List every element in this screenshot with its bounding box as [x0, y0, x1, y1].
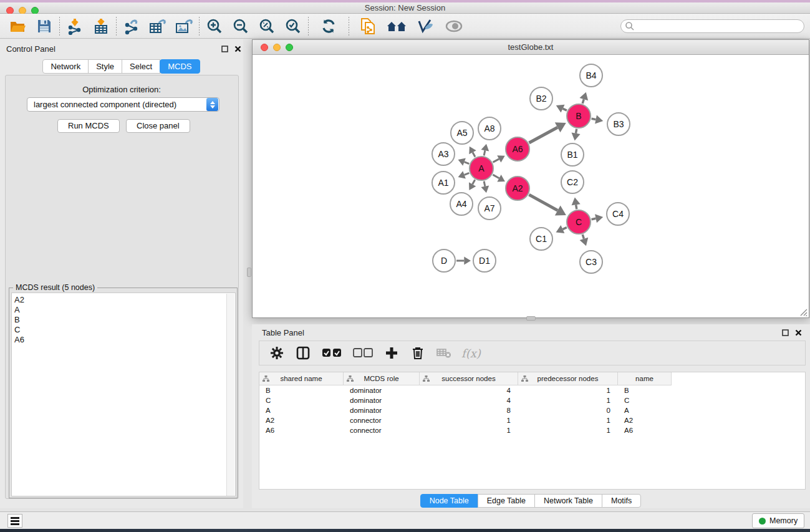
table-cell[interactable]: dominator [344, 395, 420, 405]
tab-mcds[interactable]: MCDS [160, 59, 200, 74]
column-header-MCDS-role[interactable]: MCDS role [344, 372, 420, 385]
export-table-icon[interactable] [145, 15, 171, 37]
select-all-icon[interactable] [321, 344, 343, 362]
zoom-selected-icon[interactable] [280, 15, 306, 37]
table-cell[interactable]: A6 [618, 425, 672, 435]
table-cell[interactable]: connector [344, 425, 420, 435]
table-cell[interactable]: 1 [518, 415, 618, 425]
minimize-network-button[interactable] [273, 44, 281, 51]
memory-button[interactable]: Memory [752, 513, 804, 528]
graph-node-C2[interactable]: C2 [561, 171, 584, 193]
float-table-panel-icon[interactable] [782, 329, 789, 336]
export-network-icon[interactable] [118, 15, 145, 37]
table-tab-edge-table[interactable]: Edge Table [478, 494, 535, 508]
graph-node-C4[interactable]: C4 [607, 203, 629, 225]
close-panel-button[interactable]: Close panel [126, 119, 190, 133]
table-row[interactable]: Adominator80A [259, 405, 805, 415]
graph-node-A7[interactable]: A7 [478, 197, 501, 220]
refresh-layout-icon[interactable] [316, 15, 342, 37]
validate-icon[interactable] [412, 15, 438, 37]
table-cell[interactable]: 1 [420, 425, 518, 435]
table-tab-motifs[interactable]: Motifs [602, 494, 641, 508]
tab-style[interactable]: Style [88, 59, 122, 74]
graph-node-C1[interactable]: C1 [530, 228, 552, 250]
graph-node-C3[interactable]: C3 [580, 251, 602, 273]
graph-node-C[interactable]: C [567, 210, 591, 234]
column-header-shared-name[interactable]: shared name [259, 372, 344, 385]
panel-divider-handle[interactable] [526, 316, 536, 321]
panel-divider-handle[interactable] [247, 268, 251, 277]
close-panel-icon[interactable] [234, 46, 241, 52]
result-scrollbar[interactable] [226, 294, 234, 496]
tab-select[interactable]: Select [122, 59, 160, 74]
close-table-panel-icon[interactable] [795, 329, 802, 336]
tab-network[interactable]: Network [42, 59, 89, 74]
delete-row-trash-icon[interactable] [409, 344, 427, 362]
table-tab-network-table[interactable]: Network Table [534, 494, 602, 508]
table-cell[interactable]: A2 [259, 415, 344, 425]
table-tab-node-table[interactable]: Node Table [420, 494, 478, 508]
home-icon[interactable] [383, 15, 410, 37]
table-settings-gear-icon[interactable] [268, 344, 286, 362]
graph-node-A2[interactable]: A2 [506, 177, 529, 200]
graph-node-D[interactable]: D [433, 249, 455, 272]
table-row[interactable]: Cdominator41C [259, 395, 805, 405]
zoom-fit-icon[interactable] [254, 15, 280, 37]
table-cell[interactable]: A [259, 405, 344, 415]
import-network-icon[interactable] [62, 15, 88, 37]
zoom-in-icon[interactable] [201, 15, 228, 37]
graph-node-B1[interactable]: B1 [561, 143, 584, 166]
graph-node-A[interactable]: A [470, 157, 493, 180]
mcds-result-item[interactable]: C [14, 325, 235, 335]
table-cell[interactable]: C [618, 395, 672, 405]
zoom-network-button[interactable] [286, 44, 293, 51]
table-header-row[interactable]: shared nameMCDS rolesuccessor nodesprede… [259, 372, 805, 385]
graph-node-A5[interactable]: A5 [451, 122, 473, 144]
column-header-predecessor-nodes[interactable]: predecessor nodes [518, 372, 618, 385]
table-cell[interactable]: B [618, 385, 672, 395]
graph-node-B3[interactable]: B3 [607, 113, 630, 135]
table-cell[interactable]: dominator [344, 385, 420, 395]
float-panel-icon[interactable] [221, 46, 228, 52]
table-cell[interactable]: A6 [259, 425, 344, 435]
table-cell[interactable]: 0 [518, 405, 618, 415]
graph-node-B4[interactable]: B4 [580, 64, 602, 87]
table-row[interactable]: A2connector11A2 [259, 415, 805, 425]
import-table-icon[interactable] [88, 15, 114, 37]
open-session-icon[interactable] [5, 15, 31, 37]
column-header-successor-nodes[interactable]: successor nodes [420, 372, 518, 385]
search-input[interactable] [635, 22, 791, 31]
table-cell[interactable]: 1 [518, 385, 618, 395]
mcds-result-item[interactable]: A6 [14, 335, 235, 345]
resize-grip-icon[interactable] [799, 307, 808, 316]
graph-node-A6[interactable]: A6 [506, 137, 529, 161]
mcds-result-item[interactable]: A [14, 305, 235, 315]
table-cell[interactable]: B [259, 385, 344, 395]
export-image-icon[interactable] [171, 15, 197, 37]
table-cell[interactable]: dominator [344, 405, 420, 415]
mcds-result-item[interactable]: A2 [14, 295, 235, 305]
graph-node-A8[interactable]: A8 [478, 117, 501, 140]
table-cell[interactable]: A [618, 405, 672, 415]
graph-node-A3[interactable]: A3 [432, 143, 455, 165]
graph-node-B[interactable]: B [567, 104, 591, 128]
table-cell[interactable]: C [259, 395, 344, 405]
zoom-out-icon[interactable] [228, 15, 254, 37]
deselect-all-icon[interactable] [352, 344, 374, 362]
network-canvas-svg[interactable]: B4B2BB3A5A8A6B1A3AA1C2A2A4A7C4CC1C3DD1 [253, 56, 808, 317]
graph-node-A4[interactable]: A4 [450, 193, 473, 215]
table-cell[interactable]: 1 [420, 415, 518, 425]
table-row[interactable]: Bdominator41B [259, 385, 805, 395]
graph-node-A1[interactable]: A1 [432, 172, 455, 194]
network-window-titlebar[interactable]: testGlobe.txt [253, 40, 809, 55]
column-header-name[interactable]: name [618, 372, 672, 385]
table-cell[interactable]: 4 [420, 395, 518, 405]
split-columns-icon[interactable] [294, 344, 312, 362]
close-network-button[interactable] [261, 44, 268, 51]
table-cell[interactable]: A2 [618, 415, 672, 425]
network-window-controls[interactable] [261, 44, 293, 51]
save-session-icon[interactable] [31, 15, 57, 37]
table-cell[interactable]: connector [344, 415, 420, 425]
table-cell[interactable]: 1 [518, 425, 618, 435]
add-row-icon[interactable] [383, 344, 400, 362]
